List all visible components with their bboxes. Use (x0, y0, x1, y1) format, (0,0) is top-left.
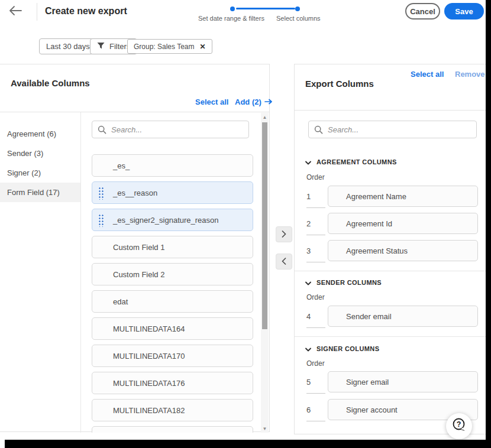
step-label-select-columns[interactable]: Select columns (276, 15, 321, 22)
order-number[interactable]: 6 (306, 399, 325, 421)
export-item[interactable]: Signer email (328, 371, 478, 392)
order-number[interactable]: 3 (306, 240, 325, 262)
add-columns-link[interactable]: Add (2) (235, 98, 273, 106)
section-header-agreement[interactable]: AGREEMENT COLUMNS (305, 157, 397, 167)
scroll-up-arrow-icon[interactable]: ▲ (261, 113, 269, 121)
screenshot-border-bottom (5, 440, 491, 448)
panel-header-divider (295, 110, 491, 111)
back-button[interactable] (8, 5, 27, 20)
list-item[interactable]: Custom Field 2 (92, 263, 253, 285)
export-search (308, 121, 477, 138)
arrow-right-icon (264, 98, 273, 106)
category-sender[interactable]: Sender (3) (0, 144, 80, 163)
step-dot-date-range (230, 7, 235, 11)
category-list: Agreement (6) Sender (3) Signer (2) Form… (0, 112, 81, 433)
back-arrow-icon (8, 8, 22, 18)
list-item[interactable]: MULTILINEDATA176 (92, 372, 253, 394)
step-dot-select-columns (295, 7, 300, 11)
svg-text:?: ? (457, 420, 461, 428)
export-row: 5 Signer email (306, 371, 478, 395)
list-item[interactable]: MULTILINEDATA170 (92, 345, 253, 367)
available-search (92, 121, 249, 138)
order-number[interactable]: 4 (306, 306, 325, 328)
export-select-all-link[interactable]: Select all (411, 70, 444, 79)
date-range-value: Last 30 days (46, 42, 90, 51)
chevron-left-icon (282, 257, 286, 267)
list-item[interactable]: MULTILINEDATA164 (92, 317, 253, 340)
step-connector-line (236, 8, 295, 9)
header-divider (37, 3, 37, 21)
list-item-selected[interactable]: _es__reason (92, 181, 253, 204)
close-x-icon[interactable]: ✕ (200, 43, 206, 51)
list-item[interactable]: edat (92, 290, 253, 313)
save-button[interactable]: Save (444, 3, 484, 20)
list-item-selected[interactable]: _es_signer2_signature_reason (92, 209, 253, 231)
export-remove-link[interactable]: Remove (455, 70, 485, 79)
export-row: 3 Agreement Status (306, 240, 478, 264)
export-row: 4 Sender email (306, 306, 478, 329)
order-label: Order (306, 173, 325, 181)
available-columns-panel: Available Columns Select all Add (2) Agr… (0, 64, 270, 432)
category-signer[interactable]: Signer (2) (0, 163, 80, 183)
available-select-all-link[interactable]: Select all (195, 98, 228, 106)
list-item[interactable]: MULTILINEDATA182 (92, 399, 253, 421)
export-columns-title: Export Columns (305, 79, 374, 89)
available-search-input[interactable] (92, 121, 248, 138)
chevron-down-icon (305, 157, 311, 167)
help-button[interactable]: ? (446, 413, 472, 439)
order-number[interactable]: 1 (306, 186, 325, 208)
chevron-down-icon (305, 343, 311, 354)
category-form-field[interactable]: Form Field (17) (0, 183, 80, 202)
list-item-partial[interactable] (92, 426, 253, 433)
section-header-sender[interactable]: SENDER COLUMNS (305, 277, 382, 288)
available-list-scrollbar[interactable]: ▲ ▼ (261, 113, 269, 433)
filter-tag-group: Group: Sales Team ✕ (127, 39, 212, 54)
export-item[interactable]: Sender email (328, 306, 478, 327)
cancel-button[interactable]: Cancel (405, 3, 440, 20)
list-item[interactable]: _es_ (92, 154, 253, 177)
available-items-list: _es_ _es__reason _es_signer2_signature_r… (92, 154, 253, 433)
move-right-button[interactable] (276, 226, 292, 242)
filter-funnel-icon (97, 42, 105, 51)
export-item[interactable]: Agreement Status (328, 240, 478, 261)
page-title: Create new export (45, 6, 127, 17)
scrollbar-thumb[interactable] (262, 122, 267, 329)
move-left-button[interactable] (276, 254, 292, 270)
export-search-input[interactable] (309, 121, 476, 138)
available-columns-title: Available Columns (11, 78, 90, 88)
screenshot-border-right (486, 0, 491, 448)
chevron-right-icon (282, 229, 286, 240)
export-columns-panel: Select all Remove Export Columns AGREEME… (294, 64, 491, 434)
export-item[interactable]: Agreement Id (328, 213, 478, 234)
drag-handle-icon[interactable] (98, 187, 104, 200)
step-label-date-range[interactable]: Set date range & filters (198, 15, 264, 22)
section-divider (295, 271, 491, 271)
section-divider (295, 336, 491, 337)
export-item[interactable]: Agreement Name (328, 186, 478, 207)
order-label: Order (306, 293, 325, 301)
scroll-down-arrow-icon[interactable]: ▼ (261, 424, 269, 433)
filter-tag-label: Group: Sales Team (134, 43, 195, 51)
chevron-down-icon (305, 277, 311, 288)
order-number[interactable]: 5 (306, 371, 325, 394)
drag-handle-icon[interactable] (98, 214, 104, 227)
add-columns-label: Add (2) (235, 98, 261, 106)
export-row: 2 Agreement Id (306, 213, 478, 236)
export-row: 1 Agreement Name (306, 186, 478, 209)
section-header-signer[interactable]: SIGNER COLUMNS (305, 343, 379, 354)
order-label: Order (306, 359, 325, 368)
create-export-screen: Create new export Set date range & filte… (0, 0, 491, 448)
order-number[interactable]: 2 (306, 213, 325, 235)
category-agreement[interactable]: Agreement (6) (0, 124, 80, 144)
help-question-icon: ? (451, 417, 467, 436)
list-item[interactable]: Custom Field 1 (92, 236, 253, 258)
